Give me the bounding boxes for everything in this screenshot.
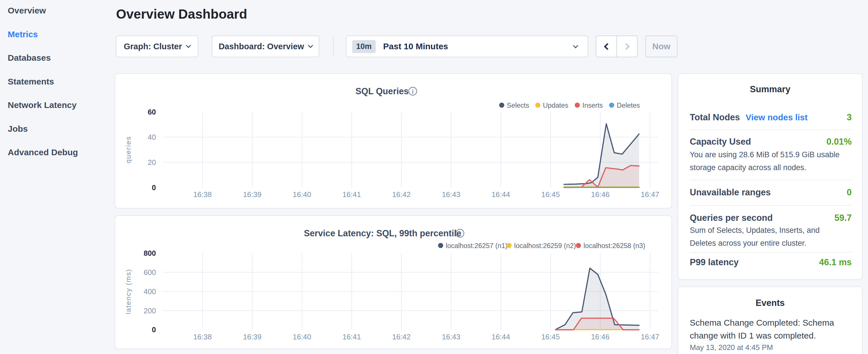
x-axis-tick-label: 16:46 [591, 333, 610, 341]
chevron-down-icon [308, 43, 313, 48]
summary-value: 0 [847, 187, 852, 198]
summary-row-unavailable-ranges: Unavailable ranges 0 [690, 185, 852, 200]
sidebar-item-metrics[interactable]: Metrics [8, 29, 38, 40]
legend-label: Updates [543, 101, 568, 109]
x-axis-tick-label: 16:43 [442, 333, 460, 341]
graph-dropdown[interactable]: Graph: Cluster [116, 35, 198, 57]
summary-row-capacity-used: Capacity Used 0.01% [690, 134, 852, 149]
x-axis-tick-label: 16:40 [292, 190, 311, 198]
divider [690, 180, 852, 180]
legend-label: Selects [507, 101, 529, 109]
y-axis-tick-label: 400 [144, 288, 156, 296]
y-axis-tick-label: 200 [144, 307, 156, 315]
x-axis-tick-label: 16:42 [392, 333, 411, 341]
legend-label: Inserts [582, 101, 602, 109]
chevron-left-icon [604, 43, 611, 50]
x-axis-tick-label: 16:42 [392, 190, 411, 198]
y-axis-unit-label: queries [124, 136, 132, 163]
x-axis-tick-label: 16:41 [342, 333, 361, 341]
event-item-timestamp: May 13, 2020 at 4:45 PM [690, 343, 773, 352]
x-axis-tick-label: 16:47 [641, 190, 659, 198]
divider [690, 129, 852, 130]
legend-label: localhost:26257 (n1) [445, 242, 507, 250]
time-step-back-button[interactable] [596, 36, 616, 57]
db-console-page: Overview Metrics Databases Statements Ne… [0, 0, 868, 354]
summary-row-total-nodes: Total Nodes View nodes list 3 [690, 110, 852, 125]
summary-label: Capacity Used [690, 137, 751, 147]
time-range-label: Past 10 Minutes [383, 41, 448, 51]
x-axis-tick-label: 16:38 [193, 333, 212, 341]
dashboard-dropdown[interactable]: Dashboard: Overview [212, 35, 319, 57]
legend-dot [609, 102, 614, 108]
summary-label: P99 latency [690, 257, 739, 267]
sidebar-item-network-latency[interactable]: Network Latency [8, 99, 76, 111]
legend-dot [499, 102, 504, 108]
x-axis-tick-label: 16:43 [442, 190, 460, 198]
event-item-text[interactable]: Schema Change Completed: Schema change w… [690, 316, 849, 342]
toolbar-divider [333, 37, 334, 56]
x-axis-tick-label: 16:39 [243, 333, 261, 341]
summary-label: Unavailable ranges [690, 187, 771, 198]
x-axis-tick-label: 16:40 [293, 333, 311, 341]
sidebar-item-jobs[interactable]: Jobs [8, 123, 28, 135]
chevron-down-icon [573, 43, 578, 48]
x-axis-tick-label: 16:44 [492, 190, 510, 198]
graph-dropdown-label: Graph: Cluster [124, 42, 182, 51]
events-panel: Events Schema Change Completed: Schema c… [678, 286, 863, 354]
sidebar-item-statements[interactable]: Statements [8, 76, 54, 87]
summary-description: You are using 28.6 MiB of 515.9 GiB usab… [690, 148, 846, 174]
y-axis-tick-label: 40 [148, 133, 156, 141]
page-title: Overview Dashboard [116, 6, 247, 22]
time-step-forward-button[interactable] [616, 36, 637, 57]
now-button[interactable]: Now [645, 35, 677, 57]
summary-label: Total Nodes [690, 112, 740, 123]
x-axis-tick-label: 16:45 [541, 190, 560, 198]
sidebar-item-advanced-debug[interactable]: Advanced Debug [8, 147, 78, 158]
dashboard-dropdown-label: Dashboard: Overview [219, 42, 304, 51]
x-axis-tick-label: 16:39 [243, 190, 261, 198]
view-nodes-list-link[interactable]: View nodes list [746, 112, 808, 122]
time-step-buttons [596, 35, 638, 57]
x-axis-tick-label: 16:38 [193, 190, 212, 198]
sql-queries-chart-card: 16:3816:3916:4016:4116:4216:4316:4416:45… [115, 73, 672, 208]
chevron-right-icon [623, 43, 629, 50]
summary-value: 3 [847, 112, 852, 123]
x-axis-tick-label: 16:47 [641, 333, 659, 341]
x-axis-tick-label: 16:45 [541, 333, 560, 341]
y-axis-unit-label: latency (ms) [124, 269, 132, 314]
chart-title: Service Latency: SQL, 99th percentile [304, 228, 461, 238]
y-axis-tick-label: 0 [152, 184, 156, 192]
summary-row-queries-per-second: Queries per second 59.7 [690, 211, 852, 225]
time-range-selector[interactable]: 10m Past 10 Minutes [346, 35, 588, 57]
legend-label: localhost:26258 (n3) [584, 242, 645, 250]
y-axis-tick-label: 0 [152, 326, 156, 334]
legend-dot [535, 102, 540, 108]
sql-queries-chart: 16:3816:3916:4016:4116:4216:4316:4416:45… [115, 74, 672, 208]
summary-title: Summary [678, 84, 862, 95]
legend-label: Deletes [617, 101, 640, 109]
chart-title: SQL Queries [355, 86, 409, 96]
summary-description: Sum of Selects, Updates, Inserts, and De… [690, 224, 846, 250]
legend-dot [507, 243, 512, 248]
summary-value: 46.1 ms [819, 257, 852, 267]
summary-value: 0.01% [827, 137, 852, 147]
sidebar-item-overview[interactable]: Overview [8, 5, 46, 16]
divider [690, 205, 852, 206]
summary-row-p99-latency: P99 latency 46.1 ms [690, 255, 852, 270]
legend-dot [438, 243, 443, 248]
info-icon-glyph: i [412, 89, 414, 95]
x-axis-tick-label: 16:46 [591, 190, 610, 198]
chevron-down-icon [186, 43, 191, 48]
events-title: Events [678, 298, 862, 308]
legend-dot [575, 102, 580, 108]
y-axis-tick-label: 20 [148, 158, 156, 166]
sidebar-item-databases[interactable]: Databases [8, 52, 51, 64]
divider [690, 252, 852, 253]
service-latency-chart: 16:3816:3916:4016:4116:4216:4316:4416:45… [115, 216, 672, 349]
info-icon-glyph: i [459, 231, 461, 237]
y-axis-tick-label: 800 [144, 249, 156, 257]
y-axis-tick-label: 600 [144, 268, 156, 277]
service-latency-chart-card: 16:3816:3916:4016:4116:4216:4316:4416:45… [115, 215, 672, 349]
sidebar: Overview Metrics Databases Statements Ne… [0, 0, 115, 354]
legend-label: localhost:26259 (n2) [514, 242, 576, 250]
